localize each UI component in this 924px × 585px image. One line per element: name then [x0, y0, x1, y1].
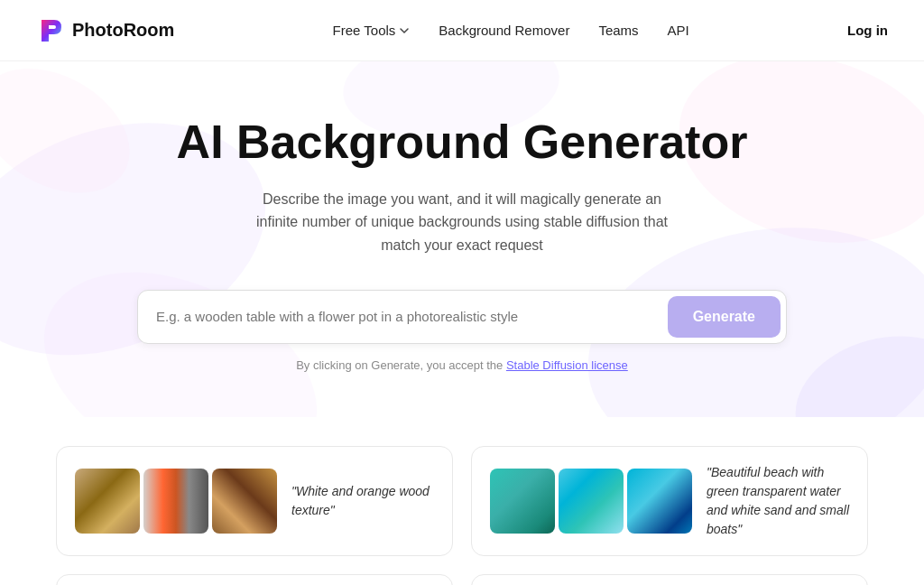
logo-icon	[36, 16, 65, 45]
hero-content: AI Background Generator Describe the ima…	[36, 116, 888, 372]
nav-item-bg-remover[interactable]: Background Remover	[439, 23, 569, 38]
search-input[interactable]	[138, 292, 662, 340]
hero-title: AI Background Generator	[36, 116, 888, 170]
example-image-wood-2	[212, 469, 277, 534]
search-bar: Generate	[137, 290, 787, 344]
example-card-wood[interactable]: "White and orange wood texture"	[56, 446, 453, 556]
example-card-beach[interactable]: "Beautiful beach with green transparent …	[471, 446, 868, 556]
nav-links: Free Tools Background Remover Teams API	[333, 23, 689, 38]
example-image-beach-2	[627, 469, 692, 534]
example-image-wood-1	[143, 469, 208, 534]
navbar: PhotoRoom Free Tools Background Remover …	[0, 0, 924, 61]
logo[interactable]: PhotoRoom	[36, 16, 174, 45]
stable-diffusion-license-link[interactable]: Stable Diffusion license	[506, 358, 628, 372]
example-image-beach-1	[559, 469, 624, 534]
example-label-wood: "White and orange wood texture"	[291, 482, 434, 520]
example-images-wood	[75, 469, 277, 534]
example-label-beach: "Beautiful beach with green transparent …	[707, 463, 849, 539]
example-image-beach-0	[490, 469, 555, 534]
example-images-beach	[490, 469, 692, 534]
login-button[interactable]: Log in	[847, 23, 888, 38]
example-card-marble[interactable]: "Grey marble with gold veins, close up v…	[56, 574, 453, 585]
hero-subtitle: Describe the image you want, and it will…	[245, 188, 679, 257]
generate-button[interactable]: Generate	[668, 296, 781, 338]
examples-grid: "White and orange wood texture""Beautifu…	[20, 417, 904, 585]
example-image-wood-0	[75, 469, 140, 534]
nav-item-api[interactable]: API	[668, 23, 689, 38]
hero-section: AI Background Generator Describe the ima…	[0, 61, 924, 417]
nav-item-free-tools[interactable]: Free Tools	[333, 23, 411, 38]
nav-item-teams[interactable]: Teams	[598, 23, 638, 38]
chevron-down-icon	[399, 25, 410, 36]
license-notice: By clicking on Generate, you accept the …	[36, 358, 888, 372]
example-card-sunset[interactable]: "Sunset sky with pink clouds, view from …	[471, 574, 868, 585]
logo-text: PhotoRoom	[72, 20, 174, 41]
